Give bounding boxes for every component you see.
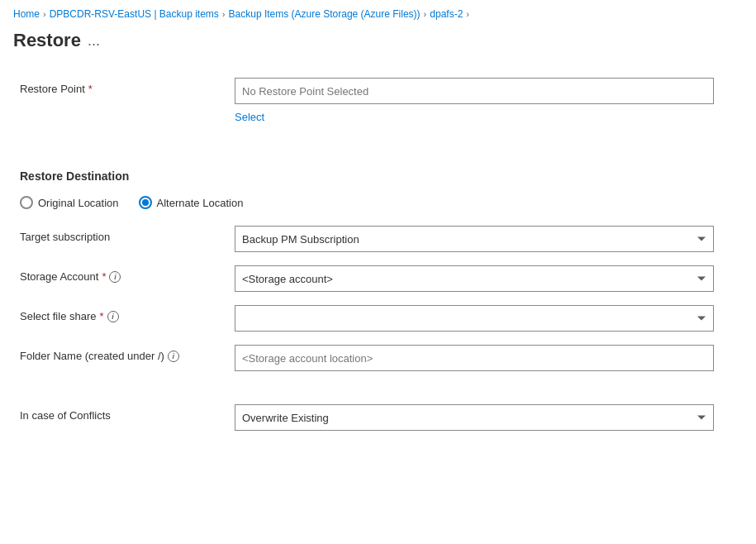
file-share-control [235,305,714,332]
restore-point-row: Restore Point * Select [20,78,736,123]
restore-destination-title: Restore Destination [20,169,736,183]
alternate-location-label: Alternate Location [157,197,244,209]
storage-account-row: Storage Account * i <Storage account> [20,265,736,292]
file-share-label: Select file share * i [20,305,235,322]
breadcrumb-home[interactable]: Home [13,8,40,20]
conflicts-wrapper: Overwrite Existing [235,404,714,431]
restore-point-input[interactable] [235,78,714,104]
breadcrumb-sep-1: › [43,9,46,19]
target-subscription-label: Target subscription [20,226,235,243]
original-location-radio[interactable]: Original Location [20,196,119,209]
file-share-select[interactable] [235,305,714,332]
alternate-location-radio-circle[interactable] [139,196,152,209]
storage-account-select[interactable]: <Storage account> [235,265,714,292]
restore-point-section: Restore Point * Select [20,78,736,123]
storage-account-label-text: Storage Account [20,270,98,283]
storage-account-control: <Storage account> [235,265,714,292]
page-header: Restore ... [0,26,756,64]
folder-name-label: Folder Name (created under /) i [20,345,235,362]
content-area: Restore Point * Select Restore Destinati… [0,64,756,464]
original-location-label: Original Location [38,197,119,209]
restore-point-label-text: Restore Point [20,83,85,95]
conflicts-row: In case of Conflicts Overwrite Existing [20,404,736,431]
breadcrumb-rsv[interactable]: DPBCDR-RSV-EastUS | Backup items [50,8,219,20]
restore-point-required: * [88,83,93,95]
conflicts-label: In case of Conflicts [20,404,235,422]
storage-account-label: Storage Account * i [20,265,235,283]
target-subscription-select[interactable]: Backup PM Subscription [235,226,714,252]
page-title: Restore [13,30,81,51]
restore-point-select-link[interactable]: Select [235,111,264,123]
breadcrumb-backup-items[interactable]: Backup Items (Azure Storage (Azure Files… [229,8,421,20]
storage-account-wrapper: <Storage account> [235,265,714,292]
alternate-location-radio[interactable]: Alternate Location [139,196,244,209]
file-share-wrapper [235,305,714,332]
file-share-row: Select file share * i [20,305,736,332]
target-subscription-label-text: Target subscription [20,231,110,243]
location-radio-group: Original Location Alternate Location [20,196,736,209]
target-subscription-wrapper: Backup PM Subscription [235,226,714,252]
file-share-label-text: Select file share [20,310,97,322]
storage-account-info-icon[interactable]: i [109,271,121,283]
storage-account-required: * [102,270,106,283]
file-share-required: * [100,310,104,322]
breadcrumb-sep-3: › [424,9,427,19]
file-share-info-icon[interactable]: i [107,311,119,322]
folder-name-control [235,345,714,371]
restore-destination-section: Restore Destination Original Location Al… [20,169,736,431]
conflicts-control: Overwrite Existing [235,404,714,431]
target-subscription-control: Backup PM Subscription [235,226,714,252]
folder-name-info-icon[interactable]: i [168,351,179,362]
page-menu-icon[interactable]: ... [88,32,100,50]
target-subscription-row: Target subscription Backup PM Subscripti… [20,226,736,252]
folder-name-input[interactable] [235,345,714,371]
breadcrumb-dpafs[interactable]: dpafs-2 [430,8,463,20]
restore-point-control: Select [235,78,714,123]
conflicts-label-text: In case of Conflicts [20,409,111,422]
conflicts-select[interactable]: Overwrite Existing [235,404,714,431]
folder-name-label-text: Folder Name (created under /) [20,350,164,362]
breadcrumb-sep-4: › [466,9,469,19]
breadcrumb-sep-2: › [222,9,226,19]
breadcrumb: Home › DPBCDR-RSV-EastUS | Backup items … [0,0,756,26]
original-location-radio-circle[interactable] [20,196,33,209]
folder-name-row: Folder Name (created under /) i [20,345,736,371]
restore-point-label: Restore Point * [20,78,235,95]
